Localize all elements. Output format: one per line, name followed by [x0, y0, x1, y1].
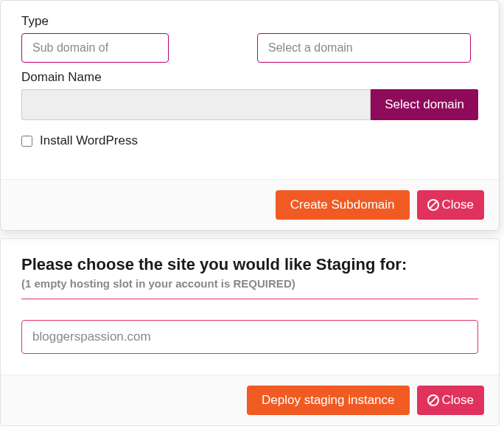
deploy-staging-button[interactable]: Deploy staging instance [247, 386, 410, 415]
ban-icon [427, 394, 439, 406]
create-subdomain-button[interactable]: Create Subdomain [276, 190, 410, 220]
type-label: Type [21, 14, 478, 29]
close-label-2: Close [442, 393, 474, 408]
create-subdomain-modal: Type Sub domain of Select a domain Domai… [0, 0, 500, 231]
divider [21, 299, 478, 299]
ban-icon [427, 199, 439, 211]
staging-footer: Deploy staging instance Close [1, 374, 499, 425]
staging-body: Please choose the site you would like St… [1, 239, 499, 374]
domain-name-label: Domain Name [21, 70, 478, 85]
install-wordpress-row[interactable]: Install WordPress [21, 133, 478, 148]
close-button-2[interactable]: Close [417, 386, 484, 415]
staging-site-input[interactable] [21, 320, 478, 354]
install-wordpress-label: Install WordPress [40, 133, 138, 148]
staging-panel: Please choose the site you would like St… [0, 238, 500, 426]
domain-select[interactable]: Select a domain [257, 33, 471, 63]
close-button[interactable]: Close [417, 190, 484, 220]
select-domain-button[interactable]: Select domain [371, 89, 478, 120]
domain-name-input[interactable] [21, 89, 371, 120]
modal-body: Type Sub domain of Select a domain Domai… [1, 1, 499, 179]
close-label: Close [442, 198, 474, 212]
modal1-footer: Create Subdomain Close [1, 179, 499, 230]
staging-subnote: (1 empty hosting slot in your account is… [21, 277, 478, 290]
staging-heading: Please choose the site you would like St… [21, 255, 478, 274]
subdomain-type-select[interactable]: Sub domain of [21, 33, 169, 63]
install-wordpress-checkbox[interactable] [21, 136, 32, 147]
type-row: Sub domain of Select a domain [21, 33, 478, 63]
domain-name-row: Select domain [21, 89, 478, 120]
